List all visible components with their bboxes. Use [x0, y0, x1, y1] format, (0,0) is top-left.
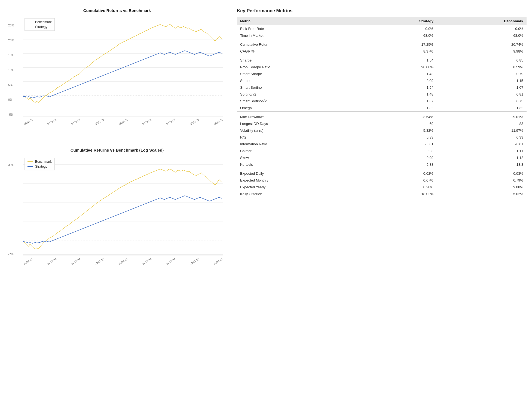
metric-name: Max Drawdown [237, 112, 365, 121]
table-row: Cumulative Return17.25%20.74% [237, 39, 527, 48]
chart2-container: Cumulative Returns vs Benchmark (Log Sca… [5, 145, 229, 279]
metric-strategy: 1.37 [365, 98, 437, 105]
y-label-25: 25% [8, 24, 14, 27]
metric-name: Smart Sharpe [237, 70, 365, 77]
metric-name: Sharpe [237, 55, 365, 64]
metric-strategy: 0.67% [365, 177, 437, 184]
metric-strategy: -0.99 [365, 154, 437, 161]
y-label-5: 5% [8, 83, 14, 87]
chart1-title: Cumulative Returns vs Benchmark [8, 8, 226, 13]
table-row: Smart Sortino1.941.07 [237, 84, 527, 91]
legend-strategy-2: Strategy [27, 165, 52, 168]
left-panel: Cumulative Returns vs Benchmark [5, 5, 229, 388]
table-row: Omega1.321.32 [237, 105, 527, 112]
metric-name: Information Ratio [237, 141, 365, 148]
metric-name: Prob. Sharpe Ratio [237, 64, 365, 70]
metric-strategy: 2.3 [365, 148, 437, 154]
legend-strategy-line-1 [27, 27, 33, 27]
metric-name: Longest DD Days [237, 120, 365, 127]
table-row: Prob. Sharpe Ratio98.08%87.9% [237, 64, 527, 70]
table-row: Expected Monthly0.67%0.79% [237, 177, 527, 184]
metric-benchmark: 0.81 [437, 91, 527, 98]
y-label-0: 0% [8, 98, 14, 101]
metric-strategy: -0.01 [365, 141, 437, 148]
table-row: Longest DD Days6983 [237, 120, 527, 127]
main-container: Cumulative Returns vs Benchmark [0, 0, 532, 393]
table-row: Kurtosis6.8813.3 [237, 161, 527, 168]
metric-name: Sortino [237, 77, 365, 84]
metric-name: Risk-Free Rate [237, 25, 365, 32]
metric-benchmark: 1.15 [437, 77, 527, 84]
metric-benchmark: 13.3 [437, 161, 527, 168]
table-row: Expected Daily0.02%0.03% [237, 168, 527, 177]
metric-strategy: 69 [365, 120, 437, 127]
y-label2-n7: -7% [8, 253, 14, 256]
table-row: Skew-0.99-1.12 [237, 154, 527, 161]
metric-benchmark: 0.03% [437, 168, 527, 177]
metric-benchmark: -9.01% [437, 112, 527, 121]
legend-benchmark-1: Benchmark [27, 20, 52, 24]
legend-benchmark-2: Benchmark [27, 160, 52, 164]
table-row: Max Drawdown-3.64%-9.01% [237, 112, 527, 121]
chart2-svg [23, 156, 223, 260]
metric-benchmark: 0.33 [437, 134, 527, 141]
metric-benchmark: 1.32 [437, 105, 527, 112]
legend-strategy-label-1: Strategy [35, 25, 47, 29]
metric-strategy: 1.32 [365, 105, 437, 112]
table-row: Smart Sortino/√21.370.75 [237, 98, 527, 105]
metric-name: Expected Yearly [237, 184, 365, 191]
metric-name: Cumulative Return [237, 39, 365, 48]
metric-benchmark: 0.75 [437, 98, 527, 105]
metric-benchmark: -0.01 [437, 141, 527, 148]
table-row: Expected Yearly8.28%9.88% [237, 184, 527, 191]
metric-strategy: 6.88 [365, 161, 437, 168]
metric-strategy: 0.33 [365, 134, 437, 141]
metric-name: Calmar [237, 148, 365, 154]
metric-name: Expected Monthly [237, 177, 365, 184]
chart1-container: Cumulative Returns vs Benchmark [5, 5, 229, 140]
metric-name: Kurtosis [237, 161, 365, 168]
metric-benchmark: 83 [437, 120, 527, 127]
metric-name: Time in Market [237, 32, 365, 39]
legend-benchmark-line-2 [27, 161, 33, 162]
y-label-10: 10% [8, 68, 14, 72]
metric-strategy: 2.09 [365, 77, 437, 84]
metric-benchmark: 1.07 [437, 84, 527, 91]
chart2-title: Cumulative Returns vs Benchmark (Log Sca… [8, 148, 226, 152]
metric-name: Skew [237, 154, 365, 161]
metric-benchmark: 0.85 [437, 55, 527, 64]
metrics-table: Metric Strategy Benchmark Risk-Free Rate… [237, 17, 527, 197]
metric-benchmark: -1.12 [437, 154, 527, 161]
table-row: Kelly Criterion18.02%5.02% [237, 191, 527, 197]
legend-benchmark-label-1: Benchmark [35, 20, 52, 24]
metric-strategy: 1.54 [365, 55, 437, 64]
col-benchmark: Benchmark [437, 17, 527, 25]
metric-name: Expected Daily [237, 168, 365, 177]
metric-name: Smart Sortino [237, 84, 365, 91]
legend-strategy-line-2 [27, 166, 33, 167]
metric-strategy: 17.25% [365, 39, 437, 48]
metric-benchmark: 5.02% [437, 191, 527, 197]
metric-benchmark: 0.79 [437, 70, 527, 77]
table-row: Sortino2.091.15 [237, 77, 527, 84]
y-label2-30: 30% [8, 163, 14, 167]
col-strategy: Strategy [365, 17, 437, 25]
table-row: Smart Sharpe1.430.79 [237, 70, 527, 77]
metric-name: Omega [237, 105, 365, 112]
metric-name: R^2 [237, 134, 365, 141]
metric-benchmark: 20.74% [437, 39, 527, 48]
metric-strategy: 5.32% [365, 127, 437, 134]
chart1-legend: Benchmark Strategy [25, 18, 55, 31]
metric-name: Kelly Criterion [237, 191, 365, 197]
metric-strategy: 1.48 [365, 91, 437, 98]
metric-strategy: 68.0% [365, 32, 437, 39]
metric-benchmark: 0.79% [437, 177, 527, 184]
metrics-title: Key Performance Metrics [237, 8, 527, 14]
metric-name: Sortino/√2 [237, 91, 365, 98]
table-row: Information Ratio-0.01-0.01 [237, 141, 527, 148]
metric-benchmark: 87.9% [437, 64, 527, 70]
metric-strategy: 0.0% [365, 25, 437, 32]
table-row: Time in Market68.0%68.0% [237, 32, 527, 39]
legend-benchmark-label-2: Benchmark [35, 160, 52, 164]
table-row: Sharpe1.540.85 [237, 55, 527, 64]
